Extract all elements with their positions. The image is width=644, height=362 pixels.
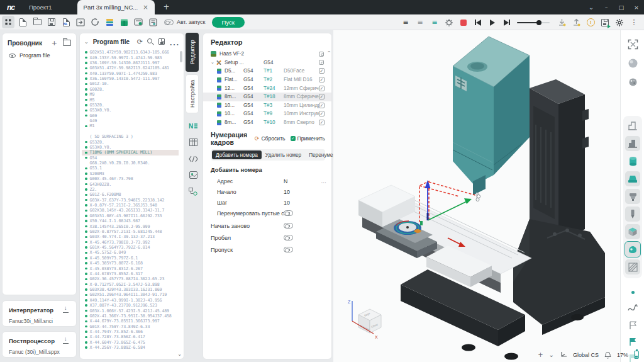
gcode-line[interactable]: X-44.678Y73.855Z-6.317 [82,271,179,276]
bell-icon[interactable] [604,351,611,359]
minimize-icon[interactable]: – [599,4,614,11]
numbering-tab[interactable]: Удалить номер [262,150,305,159]
tool-checkbox[interactable]: ✓ [319,68,325,74]
tool-row[interactable]: 8m...G54T#108mm Сверло✓ [203,118,331,127]
line-marker[interactable] [85,93,87,96]
tool-row[interactable]: Flat...G54T#2Flat Mill D16✓ [203,76,331,84]
line-marker[interactable] [85,215,87,217]
show-part-button[interactable] [625,242,640,257]
gcode-line[interactable]: G03X38.429Y43.303I33.16J31.869 [82,287,179,292]
add-cs-icon[interactable]: + [538,351,543,358]
refresh-icon[interactable]: ⟳ [137,38,143,46]
line-marker[interactable] [85,325,87,328]
gcode-line[interactable]: G01X-44.759Y-73.849Z-6.33 [82,324,179,329]
close-window-icon[interactable]: × [629,4,644,11]
reset-button[interactable]: ⟳Сбросить [255,135,286,142]
gcode-button[interactable] [89,16,101,28]
line-marker[interactable] [85,199,87,201]
link-icon[interactable] [319,60,324,65]
tool-checkbox[interactable]: ✓ [319,94,325,99]
tool-checkbox[interactable]: ✓ [319,77,325,82]
simulation-settings-button[interactable] [443,16,455,29]
gcode-line[interactable]: G53X0.Y0. [82,145,179,150]
download-icon[interactable] [62,337,70,344]
gcode-line[interactable]: X-45.46Y73.798I0.J-73.992 [82,240,179,245]
line-marker[interactable] [85,341,87,344]
gcode-line[interactable]: G03X51.472Y-59.982I13.624J105.481 [82,65,179,71]
gcode-line[interactable]: G02X-0.87Y57.213I-5.681J45.448 [82,229,179,234]
tool-checkbox[interactable]: ✓ [319,86,325,91]
gcode-line[interactable]: G53Z0. [82,103,179,108]
line-marker[interactable] [85,157,87,159]
line-marker[interactable] [85,67,87,70]
fit-view-button[interactable] [625,37,640,52]
line-marker[interactable] [85,268,87,270]
gcode-line[interactable]: X-44.794Y-73.85Z-6.366 [82,329,179,334]
gcode-line[interactable]: S200M3 [82,171,179,176]
line-marker[interactable] [85,310,87,312]
code-tool-button[interactable] [187,152,199,165]
gcode-line[interactable]: X49.133Y-59.997I-1.474J-59.983 [82,55,179,60]
snapshot-tool-button[interactable] [187,169,199,181]
collapse-icon[interactable]: ⌄ [84,39,89,45]
line-marker[interactable] [85,252,87,254]
material-mode-button[interactable] [625,74,640,89]
visibility-icon[interactable] [9,54,16,58]
scroll-down-icon[interactable]: ⌄ [177,351,182,357]
open-folder-button[interactable] [31,16,43,28]
line-marker[interactable] [85,72,87,75]
line-marker[interactable] [85,241,87,244]
line-marker[interactable] [85,104,87,106]
gcode-line[interactable]: G02X51.472Y59.982I13.634J-105.666 [82,50,179,55]
more-menu-button[interactable]: ⋮ [628,16,640,29]
download-icon[interactable] [62,306,70,314]
line-marker[interactable] [85,115,87,117]
gcode-line[interactable]: X-45.575Z-6.049 [82,250,179,255]
import-button[interactable] [74,16,87,28]
cs-dropdown-icon[interactable]: ⌄ [549,351,554,358]
line-marker[interactable] [85,135,87,138]
gcode-line[interactable]: ( 5D SURFACING 3 ) [82,134,179,139]
setup-row[interactable]: ⌄ Setup ... G54 [203,59,331,67]
new-file-button[interactable] [16,16,29,28]
package-button[interactable] [118,16,130,28]
line-marker[interactable] [85,257,87,259]
gcode-line[interactable]: M9 [82,92,179,97]
tool-checkbox[interactable]: ✓ [319,120,325,125]
document-tab-active[interactable]: Part 3x milling_NC... × [77,0,155,14]
apply-button[interactable]: ✓Применить [291,135,325,142]
line-marker[interactable] [85,288,87,291]
explorer-item-program-file[interactable]: Program file [3,50,76,61]
line-marker[interactable] [85,304,87,307]
auto-run-toggle[interactable] [164,20,174,25]
show-tool-button[interactable] [625,206,640,222]
line-marker[interactable] [85,204,87,206]
tool-checkbox[interactable]: ✓ [319,111,325,116]
gcode-line[interactable]: G03X51.08Y-43.987I11.66J92.733 [82,213,179,218]
project-tab[interactable]: Проект1 [21,0,60,14]
field-value[interactable]: 10 [284,189,290,195]
gcode-line[interactable]: G02X51.296Y43.964I11.304J-91.719 [82,292,179,297]
line-marker[interactable] [85,283,87,286]
gcode-line[interactable]: G03X-40.Y74.I-39.13J-37.213 [82,234,179,239]
gcode-line[interactable]: X-44.604Y-73.865Z-6.475 [82,340,179,345]
gcode-line[interactable]: X-44.679Y-73.855I1.366J73.997 [82,319,179,324]
warnings-button[interactable]: ! [584,16,597,29]
numbering-tab[interactable]: Добавить номера [212,150,262,159]
line-marker[interactable] [85,299,87,302]
step-forward-button[interactable] [501,16,513,29]
apps-grid-button[interactable] [2,16,14,28]
run-button[interactable]: Пуск [212,17,245,28]
show-fixture-button[interactable] [625,171,640,186]
field-value[interactable]: N [284,178,287,184]
gcode-line[interactable]: G01Z-10. [82,81,179,86]
line-marker[interactable] [85,194,87,196]
line-marker[interactable] [85,236,87,239]
gcode-line[interactable]: X38.145Y43.265I0.J-95.999 [82,223,179,229]
line-marker[interactable] [85,83,87,86]
link-icon[interactable] [319,52,324,57]
tool-row[interactable]: D5...G54T#1D50Face✓ [203,67,331,76]
gcode-line[interactable]: G53.1 [82,166,179,171]
gcode-line[interactable]: Z2. [82,187,179,192]
gcode-line[interactable]: X-45.509Y73.797Z-6.1 [82,256,179,261]
